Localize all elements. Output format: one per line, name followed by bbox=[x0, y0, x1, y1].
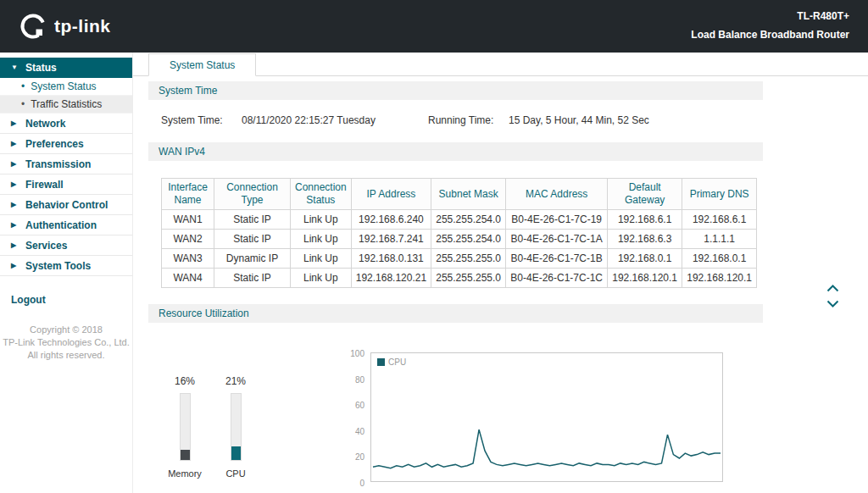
sidebar-menu: ▼Status•System Status•Traffic Statistics… bbox=[0, 58, 132, 276]
system-time-row: System Time: 08/11/2020 22:15:27 Tuesday… bbox=[161, 114, 763, 126]
sidebar-item-label: Authentication bbox=[25, 219, 97, 231]
table-cell: 192.168.6.3 bbox=[608, 230, 682, 249]
legend-swatch-icon bbox=[377, 358, 385, 366]
sidebar-item-label: Firewall bbox=[25, 179, 64, 191]
system-time-value: 08/11/2020 22:15:27 Tuesday bbox=[242, 114, 428, 126]
section-title-system-time: System Time bbox=[148, 81, 763, 100]
table-cell: B0-4E-26-C1-7C-19 bbox=[506, 210, 608, 230]
bullet-icon: • bbox=[21, 98, 25, 110]
y-tick-label: 80 bbox=[355, 375, 364, 385]
gauge-label: Memory bbox=[168, 468, 202, 479]
gauge-fill bbox=[231, 446, 241, 460]
wan-column-header: Default Gateway bbox=[608, 179, 682, 210]
sidebar-item-label: Behavior Control bbox=[25, 199, 108, 211]
wan-table-head-row: Interface NameConnection TypeConnection … bbox=[162, 179, 757, 210]
section-title-resource-utilization: Resource Utilization bbox=[148, 304, 763, 323]
tp-link-logo-icon bbox=[19, 12, 47, 41]
y-tick-label: 100 bbox=[350, 349, 364, 358]
sidebar-item-status[interactable]: ▼Status bbox=[0, 58, 132, 78]
table-cell: 255.255.254.0 bbox=[431, 230, 506, 249]
tab-bar: System Status bbox=[133, 53, 868, 76]
gauge-memory: 16%Memory bbox=[165, 375, 204, 479]
chart-legend-label: CPU bbox=[388, 357, 406, 367]
device-model: TL-R480T+ bbox=[691, 8, 849, 26]
scroll-up-icon[interactable] bbox=[826, 285, 839, 292]
cpu-chart-svg bbox=[371, 353, 722, 481]
wan-column-header: Connection Type bbox=[214, 179, 291, 210]
running-time-value: 15 Day, 5 Hour, 44 Min, 52 Sec bbox=[509, 114, 649, 126]
gauge-track bbox=[180, 393, 191, 461]
sidebar-item-label: Status bbox=[25, 62, 57, 74]
sidebar-item-transmission[interactable]: ▶Transmission bbox=[0, 154, 132, 174]
tab-system-status[interactable]: System Status bbox=[148, 53, 256, 76]
table-cell: B0-4E-26-C1-7C-1C bbox=[506, 269, 608, 288]
chevron-down-icon: ▼ bbox=[11, 64, 19, 71]
gauge-cpu: 21%CPU bbox=[216, 375, 255, 479]
device-info: TL-R480T+ Load Balance Broadband Router bbox=[691, 8, 849, 44]
gauge-percent: 21% bbox=[225, 375, 246, 387]
app-header: tp-link TL-R480T+ Load Balance Broadband… bbox=[0, 0, 868, 53]
table-cell: Static IP bbox=[214, 230, 291, 249]
sidebar-item-label: Services bbox=[25, 240, 67, 252]
table-cell: Link Up bbox=[291, 249, 352, 269]
scroll-down-icon[interactable] bbox=[826, 300, 839, 307]
table-cell: 192.168.0.1 bbox=[682, 249, 757, 269]
table-cell: 192.168.120.1 bbox=[682, 269, 757, 288]
gauge-track bbox=[231, 393, 242, 461]
gauge-fill bbox=[181, 450, 190, 460]
gauges: 16%Memory21%CPU bbox=[165, 375, 255, 479]
y-tick-label: 40 bbox=[355, 427, 364, 436]
chevron-right-icon: ▶ bbox=[11, 160, 19, 168]
sidebar-item-firewall[interactable]: ▶Firewall bbox=[0, 174, 132, 195]
gauge-percent: 16% bbox=[175, 375, 195, 387]
chevron-right-icon: ▶ bbox=[11, 140, 19, 147]
main-content: System Status System Time System Time: 0… bbox=[133, 53, 868, 493]
table-cell: 255.255.255.0 bbox=[431, 269, 506, 288]
table-cell: 192.168.120.21 bbox=[351, 269, 431, 288]
sidebar-item-behavior-control[interactable]: ▶Behavior Control bbox=[0, 195, 132, 215]
chart-legend: CPU bbox=[377, 357, 406, 367]
logout-button[interactable]: Logout bbox=[0, 290, 132, 310]
scroll-arrows bbox=[826, 285, 839, 307]
sidebar-subitem-label: Traffic Statistics bbox=[31, 98, 102, 110]
wan-column-header: IP Address bbox=[351, 179, 431, 210]
table-cell: WAN3 bbox=[162, 249, 214, 269]
sidebar-item-services[interactable]: ▶Services bbox=[0, 235, 132, 256]
sidebar-subitem-traffic-statistics[interactable]: •Traffic Statistics bbox=[0, 96, 132, 114]
wan-column-header: MAC Address bbox=[506, 179, 608, 210]
table-cell: 1.1.1.1 bbox=[682, 230, 757, 249]
table-cell: 255.255.255.0 bbox=[431, 249, 506, 269]
table-cell: 255.255.254.0 bbox=[431, 210, 506, 230]
gauge-label: CPU bbox=[225, 468, 245, 479]
device-subtitle: Load Balance Broadband Router bbox=[691, 26, 849, 45]
bullet-icon: • bbox=[21, 80, 25, 92]
wan-table-body: WAN1Static IPLink Up192.168.6.240255.255… bbox=[162, 210, 757, 288]
wan-column-header: Interface Name bbox=[162, 179, 214, 210]
table-cell: Link Up bbox=[291, 269, 352, 288]
wan-column-header: Connection Status bbox=[291, 179, 352, 210]
sidebar-subitem-label: System Status bbox=[31, 80, 96, 92]
table-cell: 192.168.0.131 bbox=[351, 249, 431, 269]
chevron-right-icon: ▶ bbox=[11, 201, 19, 208]
table-cell: Dynamic IP bbox=[214, 249, 291, 269]
sidebar-item-authentication[interactable]: ▶Authentication bbox=[0, 215, 132, 235]
table-cell: B0-4E-26-C1-7C-1A bbox=[506, 230, 608, 249]
cpu-chart: 100806040200 CPU bbox=[370, 352, 723, 482]
running-time-label: Running Time: bbox=[428, 114, 509, 126]
brand: tp-link bbox=[19, 12, 111, 41]
table-cell: Link Up bbox=[291, 230, 352, 249]
sidebar-item-network[interactable]: ▶Network bbox=[0, 114, 132, 134]
sidebar-item-label: Transmission bbox=[25, 158, 91, 170]
sidebar-subitem-system-status[interactable]: •System Status bbox=[0, 78, 132, 96]
copyright-line: All rights reserved. bbox=[0, 349, 132, 362]
sidebar-item-system-tools[interactable]: ▶System Tools bbox=[0, 256, 132, 276]
table-cell: WAN1 bbox=[162, 210, 214, 230]
chart-y-axis: 100806040200 bbox=[346, 353, 368, 483]
sidebar-item-label: Network bbox=[25, 118, 65, 130]
sidebar-item-label: Preferences bbox=[25, 138, 84, 150]
copyright-line: Copyright © 2018 bbox=[0, 324, 132, 336]
table-cell: WAN4 bbox=[162, 269, 214, 288]
sidebar-item-preferences[interactable]: ▶Preferences bbox=[0, 134, 132, 154]
copyright-line: TP-Link Technologies Co., Ltd. bbox=[0, 336, 132, 349]
table-cell: B0-4E-26-C1-7C-1B bbox=[506, 249, 608, 269]
